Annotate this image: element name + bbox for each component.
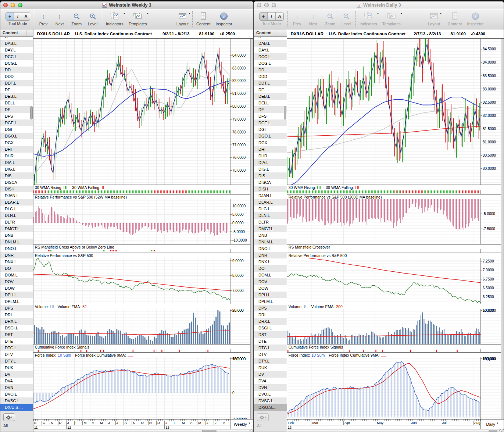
- pane-chart-vol[interactable]: 50,00025,000: [33, 309, 253, 344]
- list-item[interactable]: DNX.L: [254, 258, 287, 265]
- list-item[interactable]: DFS: [254, 113, 287, 119]
- crosshair-tool-icon[interactable]: +: [6, 13, 14, 20]
- list-item[interactable]: DTY.L: [254, 358, 287, 364]
- list-item[interactable]: DVSG.L: [0, 397, 33, 404]
- list-item[interactable]: D: [254, 37, 287, 40]
- zoom-button[interactable]: [272, 3, 276, 7]
- list-item[interactable]: DTG.L: [0, 344, 33, 351]
- periodicity-dropdown[interactable]: Daily▾: [480, 419, 504, 429]
- list-item[interactable]: DRX.L: [0, 318, 33, 325]
- list-item[interactable]: DE: [254, 86, 287, 93]
- list-item[interactable]: DPS: [254, 305, 287, 311]
- list-item[interactable]: DIG.L: [0, 166, 33, 172]
- list-item[interactable]: DIA.L: [0, 159, 33, 166]
- list-item[interactable]: DUK: [254, 364, 287, 371]
- list-item[interactable]: DLTR: [0, 219, 33, 225]
- list-item[interactable]: DUK: [0, 364, 33, 371]
- horizontal-scrollbar[interactable]: [287, 429, 504, 432]
- list-item[interactable]: DSGI.L: [0, 325, 33, 331]
- pane-chart-force[interactable]: 150,000100,00050,0000-50,000-100,000: [33, 357, 253, 419]
- list-item[interactable]: DPH.L: [254, 292, 287, 298]
- list-item[interactable]: DX/U.S....: [254, 404, 287, 411]
- list-item[interactable]: DISCA: [0, 179, 33, 186]
- list-item[interactable]: DV: [0, 371, 33, 378]
- list-item[interactable]: DVSG.L: [254, 397, 287, 404]
- zoom-in-button[interactable]: Level: [341, 11, 352, 26]
- action-gear-button[interactable]: ▾: [257, 413, 269, 421]
- list-item[interactable]: DGE.L: [254, 119, 287, 126]
- indicators-button[interactable]: ▾Indicators: [106, 11, 124, 26]
- list-item[interactable]: DOM.L: [0, 272, 33, 278]
- list-item[interactable]: DHR: [254, 153, 287, 159]
- list-item[interactable]: DIG.L: [254, 166, 287, 172]
- inspector-button[interactable]: iInspector: [215, 11, 232, 26]
- list-item[interactable]: DIS: [0, 172, 33, 179]
- zoom-in-button[interactable]: Level: [87, 11, 98, 26]
- list-item[interactable]: DLN.L: [254, 212, 287, 219]
- list-item[interactable]: DLG.L: [0, 206, 33, 212]
- list-item[interactable]: DAB.L: [254, 40, 287, 47]
- pane-chart-main[interactable]: 84.500084.000083.500083.000082.500082.00…: [287, 39, 504, 185]
- crosshair-tool-icon[interactable]: +: [260, 13, 267, 20]
- list-item[interactable]: DOW: [254, 285, 287, 292]
- list-item[interactable]: DGO.L: [254, 133, 287, 139]
- resize-grip[interactable]: [249, 429, 253, 432]
- symbol-list[interactable]: DDAB.LDAY.LDCC.LDCG.LDDDDDDDT.LDEDEB.LDE…: [254, 37, 287, 411]
- list-item[interactable]: DF: [0, 106, 33, 113]
- list-item[interactable]: DNO.L: [0, 245, 33, 252]
- title-bar[interactable]: Weinstein Weekly 3: [0, 1, 253, 9]
- minimize-button[interactable]: [264, 3, 269, 7]
- text-tool-icon[interactable]: A: [22, 13, 30, 20]
- list-item[interactable]: DLTR: [254, 219, 287, 225]
- tool-mode-control[interactable]: +/A Tool Mode: [259, 11, 284, 26]
- resize-grip[interactable]: [499, 429, 504, 432]
- list-item[interactable]: DVO.L: [0, 391, 33, 397]
- action-gear-button[interactable]: ▾: [3, 413, 15, 421]
- list-item[interactable]: DNB: [0, 232, 33, 239]
- list-item[interactable]: DD: [254, 67, 287, 73]
- list-item[interactable]: DFS: [0, 113, 33, 119]
- list-item[interactable]: DE: [0, 86, 33, 93]
- list-item[interactable]: DLG.L: [254, 206, 287, 212]
- list-item[interactable]: DOV: [254, 278, 287, 285]
- vertical-scrollbar-strip[interactable]: [250, 39, 253, 419]
- list-item[interactable]: DEB.L: [254, 93, 287, 100]
- layout-button[interactable]: ▾Layout: [176, 11, 189, 26]
- list-item[interactable]: DAB.L: [0, 40, 33, 47]
- content-button[interactable]: Content: [196, 11, 211, 26]
- list-item[interactable]: DELL: [0, 100, 33, 106]
- zoom-out-button[interactable]: Zoom: [71, 11, 82, 26]
- list-item[interactable]: DEB.L: [0, 93, 33, 100]
- list-item[interactable]: DO: [254, 265, 287, 272]
- list-item[interactable]: DPS: [0, 305, 33, 311]
- pane-chart-rp_hist[interactable]: 10.00005.00000.0000-5.0000-10.0000: [33, 199, 253, 244]
- minimize-button[interactable]: [11, 3, 15, 7]
- list-item[interactable]: DGE.L: [0, 119, 33, 126]
- sidebar-scrollbar-thumb[interactable]: [284, 106, 286, 119]
- tool-mode-control[interactable]: +/A Tool Mode: [6, 11, 30, 26]
- next-button[interactable]: ↕Next: [308, 11, 319, 26]
- list-item[interactable]: DISH: [254, 186, 287, 192]
- symbol-list[interactable]: DDAB.LDAY.LDCC.LDCG.LDDDDDDDT.LDEDEB.LDE…: [0, 37, 33, 411]
- list-item[interactable]: DELL: [254, 100, 287, 106]
- list-item[interactable]: DF: [254, 106, 287, 113]
- list-item[interactable]: DLAR.L: [0, 199, 33, 206]
- list-item[interactable]: DIA.L: [254, 159, 287, 166]
- list-item[interactable]: DISH: [0, 186, 33, 192]
- list-item[interactable]: DCC.L: [0, 53, 33, 60]
- list-item[interactable]: DCG.L: [254, 60, 287, 67]
- sidebar-header[interactable]: Content: [0, 29, 33, 37]
- next-button[interactable]: ↕Next: [54, 11, 65, 26]
- list-item[interactable]: DO: [0, 265, 33, 272]
- list-item[interactable]: DX/U.S....: [0, 404, 33, 411]
- templates-button[interactable]: ▾Templates: [129, 11, 147, 26]
- list-item[interactable]: DLN.L: [0, 212, 33, 219]
- list-item[interactable]: DISCA: [254, 179, 287, 186]
- list-item[interactable]: DGI: [254, 126, 287, 133]
- vertical-scrollbar-strip[interactable]: [501, 39, 504, 419]
- sidebar-scrollbar-thumb[interactable]: [30, 106, 33, 119]
- list-item[interactable]: DPLM.L: [0, 298, 33, 305]
- list-item[interactable]: DRI: [254, 311, 287, 318]
- list-item[interactable]: DMGT.L: [254, 225, 287, 232]
- pane-chart-vol[interactable]: 100,00050,000: [287, 309, 504, 344]
